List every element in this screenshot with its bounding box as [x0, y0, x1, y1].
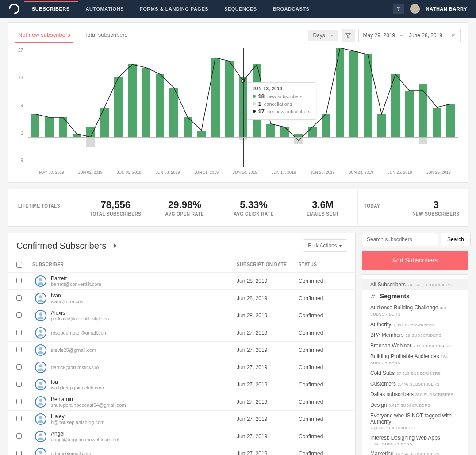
sort-button[interactable]: [447, 29, 461, 42]
segments-header: Segments: [362, 290, 468, 302]
svg-point-10: [39, 433, 42, 436]
subscriber-avatar: [35, 344, 46, 356]
subscriber-row[interactable]: Ivanivan@infra.comJun 28, 2019Confirmed: [8, 290, 355, 307]
date-to: June 28, 2019: [409, 32, 442, 39]
subscriber-row[interactable]: Alexispodcast@laptoplifestyle.coJun 28, …: [8, 307, 355, 324]
svg-point-9: [39, 416, 42, 419]
subscriber-avatar: [35, 379, 46, 390]
date-from: May 29, 2019: [363, 32, 395, 39]
filter-button[interactable]: [342, 29, 355, 42]
subscriber-avatar: [35, 275, 46, 287]
svg-point-1: [39, 278, 42, 281]
subscriber-avatar: [35, 413, 46, 425]
svg-point-11: [39, 451, 42, 454]
tab-total[interactable]: Total subscribers: [82, 27, 131, 43]
svg-point-6: [39, 364, 42, 367]
segment-item[interactable]: Cold Subs67,218 SUBSCRIBERS: [362, 368, 468, 378]
chart-card: Net new subscribers Total subscribers Da…: [8, 22, 468, 183]
tab-net-new[interactable]: Net new subscribers: [15, 27, 73, 43]
segments-sidebar: All Subscribers78,556 SUBSCRIBERS Segmen…: [362, 274, 468, 455]
today-label: TODAY: [364, 204, 398, 208]
subscribers-table-card: Confirmed Subscribers ▲▼ Bulk Actions ▼ …: [8, 233, 356, 455]
segment-item[interactable]: Authority1,957 SUBSCRIBERS: [362, 319, 468, 330]
date-range-picker[interactable]: May 29, 2019 – June 28, 2019: [358, 29, 461, 42]
row-checkbox[interactable]: [16, 312, 22, 318]
subscriber-row[interactable]: Angelangel@angelmariewebinars.netJun 27,…: [8, 428, 355, 445]
row-checkbox[interactable]: [16, 451, 22, 455]
svg-point-7: [39, 382, 42, 385]
svg-point-3: [39, 312, 42, 316]
chart-tooltip: JUN 13, 2019 18new subscribers 1cancella…: [247, 82, 316, 120]
help-button[interactable]: ?: [393, 4, 404, 14]
svg-point-5: [39, 347, 42, 350]
subscriber-row[interactable]: Haleyh@houseplantsblog.comJun 27, 2019Co…: [8, 411, 355, 428]
svg-point-13: [372, 295, 373, 296]
row-checkbox[interactable]: [16, 330, 22, 335]
svg-point-8: [39, 399, 42, 402]
funnel-icon: [345, 32, 351, 39]
row-checkbox[interactable]: [16, 399, 22, 404]
nav-automations[interactable]: AUTOMATIONS: [78, 1, 132, 17]
subscriber-avatar: [35, 362, 46, 373]
row-checkbox[interactable]: [16, 347, 22, 352]
subscriber-row[interactable]: Isaisa@keepgoingclub.comJun 27, 2019Conf…: [8, 376, 355, 393]
segment-item[interactable]: BPA Members29 SUBSCRIBERS: [362, 330, 468, 340]
subscriber-row[interactable]: stevie25@gmail.comJun 27, 2019Confirmed: [8, 342, 355, 359]
stats-row: LIFETIME TOTALS 78,556TOTAL SUBSCRIBERS2…: [8, 189, 468, 227]
subscriber-avatar: [35, 396, 46, 408]
logo-icon[interactable]: [7, 1, 22, 16]
subscriber-avatar: [35, 293, 46, 304]
row-checkbox[interactable]: [16, 382, 22, 387]
row-checkbox[interactable]: [16, 295, 22, 301]
bulk-actions-button[interactable]: Bulk Actions ▼: [303, 239, 347, 252]
subscriber-avatar: [35, 448, 46, 455]
select-all-checkbox[interactable]: [16, 262, 22, 268]
subscriber-row[interactable]: derrick@drumsticks.ioJun 27, 2019Confirm…: [8, 359, 355, 376]
segment-item[interactable]: Customers2,446 SUBSCRIBERS: [362, 378, 468, 389]
segment-item[interactable]: Marketing18,456 SUBSCRIBERS: [362, 448, 468, 455]
user-avatar[interactable]: [410, 4, 420, 14]
topbar: SUBSCRIBERSAUTOMATIONSFORMS & LANDING PA…: [0, 0, 476, 18]
sort-icon: [451, 33, 457, 38]
subscriber-avatar: [35, 310, 46, 321]
user-name[interactable]: NATHAN BARRY: [426, 6, 467, 12]
svg-point-4: [39, 330, 42, 333]
main-nav: SUBSCRIBERSAUTOMATIONSFORMS & LANDING PA…: [24, 1, 317, 17]
nav-sequences[interactable]: SEQUENCES: [216, 1, 265, 17]
row-checkbox[interactable]: [16, 364, 22, 370]
segment-item[interactable]: Brennan Webinar280 SUBSCRIBERS: [362, 340, 468, 351]
segment-item[interactable]: Interest: Designing Web Apps2,041 SUBSCR…: [362, 432, 468, 448]
segment-item[interactable]: Dallas subscribers310 SUBSCRIBERS: [362, 389, 468, 400]
segment-item[interactable]: Design8,417 SUBSCRIBERS: [362, 400, 468, 410]
subscriber-avatar: [35, 431, 46, 442]
today-value: 3: [411, 199, 461, 211]
subscriber-avatar: [35, 327, 46, 339]
subscriber-row[interactable]: Benjaminshutupbrainpodcast54@gmail.comJu…: [8, 393, 355, 411]
sidebar-all-subscribers[interactable]: All Subscribers78,556 SUBSCRIBERS: [362, 279, 468, 290]
chart-xaxis: MAY 30, 2019JUN 02, 2019JUN 05, 2019JUN …: [18, 167, 458, 174]
subscriber-row[interactable]: adamj@gmail.comJun 27, 2019Confirmed: [8, 445, 355, 455]
svg-point-2: [39, 295, 42, 298]
segment-item[interactable]: Building Profitable Audiences164 SUBSCRI…: [362, 351, 468, 368]
granularity-select[interactable]: Days: [308, 30, 338, 41]
segment-item[interactable]: Audience Building Challenge331 SUBSCRIBE…: [362, 302, 468, 319]
subscriber-row[interactable]: Barrettbarrett@convertkit.comJun 28, 201…: [8, 273, 355, 290]
segments-icon: [370, 293, 376, 299]
nav-subscribers[interactable]: SUBSCRIBERS: [24, 1, 78, 17]
svg-point-14: [374, 295, 375, 296]
add-subscribers-button[interactable]: Add Subscribers: [362, 251, 468, 270]
subscriber-row[interactable]: rosebudmotel@gmail.comJun 27, 2019Confir…: [8, 324, 355, 342]
row-checkbox[interactable]: [16, 416, 22, 421]
lifetime-totals-label: LIFETIME TOTALS: [18, 204, 75, 208]
segment-item[interactable]: Everyone who IS NOT tagged with Authorit…: [362, 410, 468, 432]
search-subscribers-input[interactable]: [362, 233, 438, 246]
chart-yaxis: 271890-9: [18, 48, 28, 163]
nav-broadcasts[interactable]: BROADCASTS: [265, 1, 318, 17]
table-title: Confirmed Subscribers: [16, 241, 106, 251]
search-button[interactable]: Search: [441, 233, 471, 246]
row-checkbox[interactable]: [16, 278, 22, 283]
row-checkbox[interactable]: [16, 433, 22, 439]
chart-plot[interactable]: JUN 13, 2019 18new subscribers 1cancella…: [28, 48, 458, 167]
sort-toggle[interactable]: ▲▼: [112, 243, 117, 248]
nav-forms-landing-pages[interactable]: FORMS & LANDING PAGES: [132, 1, 216, 17]
